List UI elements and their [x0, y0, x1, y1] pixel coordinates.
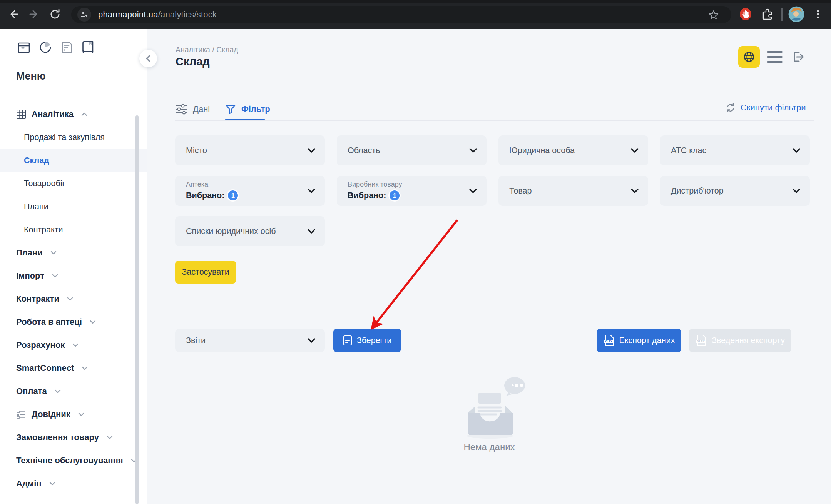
app-window: pharmapoint.ua/analytics/stock Меню	[0, 0, 831, 504]
reports-dropdown[interactable]: Звіти	[175, 329, 325, 352]
breadcrumb: Аналітика / Склад	[176, 45, 238, 54]
chevron-down-icon	[792, 188, 801, 194]
menu-title: Меню	[16, 70, 46, 82]
sidebar-group-smartconnect[interactable]: SmartConnect	[0, 357, 147, 380]
xlsx-file-icon: XLSX	[696, 334, 707, 347]
chevron-down-icon	[630, 188, 639, 194]
sidebar-group-contracts[interactable]: Контракти	[0, 287, 147, 310]
chevron-down-icon	[49, 482, 55, 486]
chevron-down-icon	[630, 148, 639, 153]
browser-toolbar: pharmapoint.ua/analytics/stock	[0, 0, 831, 29]
save-button-label: Зберегти	[357, 336, 392, 345]
sidebar-item-contracts-sub[interactable]: Контракти	[0, 218, 147, 241]
book-icon[interactable]	[81, 40, 96, 55]
tab-filter[interactable]: Фільтр	[225, 101, 270, 118]
chevron-down-icon	[82, 366, 88, 370]
export-summary-label: Зведення експорту	[712, 336, 785, 345]
pie-chart-icon[interactable]	[38, 40, 53, 55]
site-info-icon[interactable]	[77, 8, 91, 22]
sidebar-group-directory[interactable]: Довідник	[0, 403, 147, 426]
toolbar-separator	[781, 8, 783, 21]
sidebar-group-admin[interactable]: Адмін	[0, 472, 147, 495]
chevron-down-icon	[469, 148, 477, 153]
filter-dropdown-manufacturer[interactable]: Виробник товару Вибрано:1	[337, 176, 487, 206]
content-divider	[175, 311, 814, 311]
sidebar: Меню Аналітика Продажі та закупівля Скла…	[0, 29, 147, 504]
export-data-button[interactable]: XLSX Експорт даних	[597, 329, 681, 352]
chevron-down-icon	[307, 229, 316, 234]
extensions-puzzle-icon[interactable]	[758, 5, 776, 23]
bookmark-star-icon[interactable]	[707, 8, 721, 22]
reset-filters-label: Скинути фільтри	[741, 103, 806, 113]
chevron-down-icon	[67, 297, 73, 301]
sidebar-group-maintenance[interactable]: Технічне обслуговування	[0, 449, 147, 472]
reset-filters-link[interactable]: Скинути фільтри	[725, 102, 806, 113]
sidebar-group-plans[interactable]: Плани	[0, 241, 147, 264]
empty-state-message: Нема даних	[443, 442, 535, 452]
chevron-down-icon	[55, 389, 61, 393]
archive-box-icon[interactable]	[16, 40, 32, 55]
filter-dropdown-legal-entity[interactable]: Юридична особа	[498, 135, 648, 165]
browser-top-strip	[0, 0, 831, 3]
browser-reload-icon[interactable]	[46, 5, 64, 23]
sidebar-shortcut-icons	[16, 40, 96, 55]
svg-text:XLSX: XLSX	[605, 340, 612, 343]
chevron-left-icon	[145, 54, 152, 63]
sidebar-collapse-button[interactable]	[139, 50, 157, 67]
filter-dropdown-product[interactable]: Товар	[498, 176, 648, 206]
tab-data-label: Дані	[193, 104, 210, 114]
apply-button[interactable]: Застосувати	[175, 261, 236, 284]
chevron-down-icon	[52, 274, 58, 278]
filter-dropdown-pharmacy[interactable]: Аптека Вибрано:1	[175, 176, 325, 206]
filter-dropdown-region[interactable]: Область	[337, 135, 487, 165]
globe-icon	[743, 51, 755, 63]
sidebar-item-stock[interactable]: Склад	[0, 149, 147, 172]
sidebar-item-sales-purchases[interactable]: Продажі та закупівля	[0, 126, 147, 149]
document-icon[interactable]	[59, 40, 75, 55]
profile-avatar[interactable]	[788, 5, 805, 23]
language-globe-button[interactable]	[738, 46, 760, 68]
sidebar-group-pharmacy-work[interactable]: Робота в аптеці	[0, 310, 147, 334]
tab-data[interactable]: Дані	[175, 101, 210, 118]
sidebar-item-label: Аналітика	[32, 109, 74, 119]
filter-dropdown-legal-entity-lists[interactable]: Списки юридичних осіб	[175, 216, 325, 246]
sidebar-item-plans-sub[interactable]: Плани	[0, 195, 147, 218]
sidebar-scrollbar[interactable]	[135, 115, 139, 504]
chevron-down-icon	[107, 436, 113, 439]
browser-back-icon[interactable]	[5, 5, 22, 23]
logout-icon[interactable]	[790, 49, 805, 65]
chevron-down-icon	[50, 251, 57, 255]
chevron-down-icon	[469, 188, 477, 194]
browser-forward-icon[interactable]	[25, 5, 43, 23]
hamburger-menu-icon[interactable]	[767, 50, 783, 63]
page-title: Склад	[176, 55, 210, 68]
sidebar-item-turnover[interactable]: Товарообіг	[0, 172, 147, 195]
chevron-down-icon	[78, 412, 84, 416]
annotation-arrow	[358, 212, 470, 339]
sliders-icon	[175, 104, 187, 115]
menu-list: Аналітика Продажі та закупівля Склад Тов…	[0, 103, 147, 495]
filter-funnel-icon	[225, 104, 236, 115]
export-summary-button: XLSX Зведення експорту	[689, 329, 791, 352]
url-text: pharmapoint.ua/analytics/stock	[98, 10, 217, 20]
sidebar-group-import[interactable]: Імпорт	[0, 264, 147, 287]
filter-dropdown-distributor[interactable]: Дистриб'ютор	[660, 176, 810, 206]
sidebar-group-goods-order[interactable]: Замовлення товару	[0, 426, 147, 449]
document-icon	[343, 335, 352, 346]
svg-text:XLSX: XLSX	[697, 340, 705, 343]
adblock-extension-icon[interactable]	[737, 5, 754, 23]
browser-menu-kebab-icon[interactable]	[809, 5, 827, 23]
address-bar[interactable]: pharmapoint.ua/analytics/stock	[71, 6, 731, 23]
chevron-down-icon	[307, 338, 316, 343]
chevron-down-icon	[792, 148, 801, 153]
selected-label: Вибрано:	[186, 191, 224, 200]
filter-dropdown-atc-class[interactable]: АТС клас	[660, 135, 810, 165]
chevron-up-icon	[81, 112, 87, 116]
save-button[interactable]: Зберегти	[333, 329, 401, 352]
chevron-down-icon	[90, 320, 96, 324]
grid-icon	[16, 109, 26, 119]
sidebar-item-analytics[interactable]: Аналітика	[0, 103, 147, 126]
sidebar-group-calculation[interactable]: Розрахунок	[0, 334, 147, 357]
filter-dropdown-city[interactable]: Місто	[175, 135, 325, 165]
sidebar-group-payment[interactable]: Оплата	[0, 380, 147, 403]
